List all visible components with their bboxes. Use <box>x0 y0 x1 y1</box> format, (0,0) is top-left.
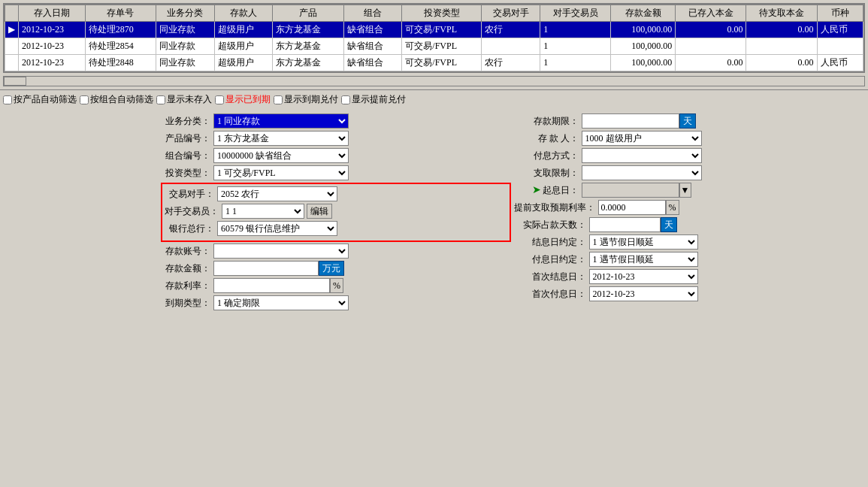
group-select[interactable]: 10000000 缺省组合 <box>213 148 349 163</box>
form-left-col: 业务分类： 1 同业存款 产品编号： 1 东方龙基金 组 <box>159 112 513 314</box>
form-row-invest-type: 投资类型： 1 可交易/FVPL <box>161 165 511 180</box>
actual-days-input[interactable] <box>589 217 661 232</box>
top-section: 存入日期 存单号 业务分类 存款人 产品 组合 投资类型 交易对手 对手交易员 … <box>0 0 868 89</box>
rate-pct: % <box>330 278 343 293</box>
form-row-deposit-amount: 存款金额： 万元 <box>161 261 511 276</box>
filter-group-checkbox[interactable] <box>80 95 89 104</box>
form-row-bank: 银行总行： 60579 银行信息维护 <box>165 221 507 236</box>
interest-rule-select[interactable]: 1 遇节假日顺延 <box>589 252 698 267</box>
filter-product-checkbox[interactable] <box>3 95 12 104</box>
form-row-interest-rule: 付息日约定： 1 遇节假日顺延 <box>514 252 864 267</box>
account-select[interactable] <box>213 244 349 259</box>
arrow-icon: ➤ <box>532 184 541 195</box>
filter-group-label: 按组合自动筛选 <box>90 93 153 106</box>
interest-method-label: 付息方式： <box>514 150 582 162</box>
counterparty-label: 交易对手： <box>165 188 217 201</box>
form-row-actual-days: 实际占款天数： 天 <box>514 217 864 232</box>
first-interest-select[interactable]: 2012-10-23 <box>589 286 698 301</box>
actual-day-button[interactable]: 天 <box>661 217 677 232</box>
invest-type-select[interactable]: 1 可交易/FVPL <box>213 165 349 180</box>
scroll-thumb[interactable] <box>4 77 26 86</box>
form-row-start-date: ➤起息日： ▼ <box>514 183 864 198</box>
settle-rule-select[interactable]: 1 遇节假日顺延 <box>589 234 698 250</box>
data-table: 存入日期 存单号 业务分类 存款人 产品 组合 投资类型 交易对手 对手交易员 … <box>5 5 863 71</box>
wan-button[interactable]: 万元 <box>319 261 344 276</box>
filter-row: 按产品自动筛选 按组合自动筛选 显示未存入 显示已到期 显示到期兑付 显示提前兑… <box>0 89 868 109</box>
first-interest-label: 首次付息日： <box>514 288 589 301</box>
account-label: 存款账号： <box>161 245 213 258</box>
col-currency: 币种 <box>817 5 863 22</box>
filter-undeposited-label: 显示未存入 <box>167 93 212 106</box>
withdrawal-limit-select[interactable] <box>582 165 702 180</box>
table-wrapper: 存入日期 存单号 业务分类 存款人 产品 组合 投资类型 交易对手 对手交易员 … <box>3 3 865 73</box>
maturity-type-select[interactable]: 1 确定期限 <box>213 295 349 310</box>
form-row-maturity-type: 到期类型： 1 确定期限 <box>161 295 511 310</box>
invest-type-label: 投资类型： <box>161 167 213 180</box>
bank-select[interactable]: 60579 银行信息维护 <box>217 221 337 236</box>
business-type-select[interactable]: 1 同业存款 <box>213 113 349 129</box>
form-row-product: 产品编号： 1 东方龙基金 <box>161 131 511 146</box>
first-settle-select[interactable]: 2012-10-23 <box>589 269 698 284</box>
product-select[interactable]: 1 东方龙基金 <box>213 131 349 146</box>
filter-maturity-checkbox[interactable] <box>274 95 283 104</box>
trader-select[interactable]: 1 1 <box>222 204 304 219</box>
left-panel <box>3 112 153 314</box>
first-settle-label: 首次结息日： <box>514 271 589 283</box>
filter-expired-checkbox[interactable] <box>215 95 224 104</box>
col-pending: 待支取本金 <box>746 5 817 22</box>
edit-button[interactable]: 编辑 <box>307 204 332 219</box>
form-row-first-interest: 首次付息日： 2012-10-23 <box>514 286 864 301</box>
form-row-depositor: 存 款 人： 1000 超级用户 <box>514 131 864 146</box>
form-row-group: 组合编号： 10000000 缺省组合 <box>161 148 511 163</box>
start-date-input[interactable] <box>582 183 679 198</box>
product-label: 产品编号： <box>161 132 213 145</box>
bank-label: 银行总行： <box>165 222 217 235</box>
form-row-interest-method: 付息方式： <box>514 148 864 163</box>
filter-product: 按产品自动筛选 <box>3 93 77 106</box>
table-row[interactable]: 2012-10-23待处理2848同业存款超级用户东方龙基金缺省组合可交易/FV… <box>5 55 863 71</box>
form-row-deposit-term: 存款期限： 天 <box>514 113 864 129</box>
counterparty-select[interactable]: 2052 农行 <box>217 186 337 201</box>
interest-method-select[interactable] <box>582 148 702 163</box>
form-row-account: 存款账号： <box>161 244 511 259</box>
depositor-label: 存 款 人： <box>514 132 582 145</box>
col-group: 组合 <box>343 5 402 22</box>
form-right-col: 存款期限： 天 存 款 人： 1000 超级用户 付息方式： <box>513 112 866 314</box>
table-row[interactable]: 2012-10-23待处理2854同业存款超级用户东方龙基金缺省组合可交易/FV… <box>5 38 863 55</box>
start-date-label: ➤起息日： <box>514 183 582 197</box>
form-row-early-rate: 提前支取预期利率： % <box>514 200 864 215</box>
main-container: 存入日期 存单号 业务分类 存款人 产品 组合 投资类型 交易对手 对手交易员 … <box>0 0 868 487</box>
red-border-box: 交易对手： 2052 农行 对手交易员： 1 1 编辑 <box>161 183 511 242</box>
early-rate-input[interactable] <box>598 200 666 215</box>
col-product: 产品 <box>273 5 343 22</box>
interest-rule-label: 付息日约定： <box>514 253 589 266</box>
filter-early-checkbox[interactable] <box>341 95 350 104</box>
col-id: 存单号 <box>85 5 156 22</box>
rate-input[interactable] <box>213 278 330 293</box>
form-row-withdrawal-limit: 支取限制： <box>514 165 864 180</box>
early-rate-label: 提前支取预期利率： <box>514 201 598 214</box>
trader-label: 对手交易员： <box>165 205 222 218</box>
filter-undeposited-checkbox[interactable] <box>156 95 165 104</box>
rate-label: 存款利率： <box>161 280 213 292</box>
col-counterparty: 交易对手 <box>482 5 540 22</box>
col-date: 存入日期 <box>19 5 86 22</box>
deposit-amount-label: 存款金额： <box>161 262 213 275</box>
filter-undeposited: 显示未存入 <box>156 93 212 106</box>
deposit-term-input[interactable] <box>582 113 679 129</box>
depositor-select[interactable]: 1000 超级用户 <box>582 131 702 146</box>
start-date-picker[interactable]: ▼ <box>679 183 691 198</box>
table-row[interactable]: ▶2012-10-23待处理2870同业存款超级用户东方龙基金缺省组合可交易/F… <box>5 22 863 38</box>
deposit-amount-input[interactable] <box>213 261 319 276</box>
day-button[interactable]: 天 <box>679 113 696 129</box>
col-amount: 存款金额 <box>611 5 676 22</box>
settle-rule-label: 结息日约定： <box>514 236 589 249</box>
filter-expired: 显示已到期 <box>215 93 271 106</box>
col-deposited: 已存入本金 <box>676 5 746 22</box>
horizontal-scrollbar[interactable] <box>3 76 865 86</box>
form-grid: 业务分类： 1 同业存款 产品编号： 1 东方龙基金 组 <box>159 112 865 314</box>
filter-early: 显示提前兑付 <box>341 93 406 106</box>
business-type-label: 业务分类： <box>161 115 213 128</box>
form-row-first-settle: 首次结息日： 2012-10-23 <box>514 269 864 284</box>
right-form: 业务分类： 1 同业存款 产品编号： 1 东方龙基金 组 <box>159 112 865 314</box>
